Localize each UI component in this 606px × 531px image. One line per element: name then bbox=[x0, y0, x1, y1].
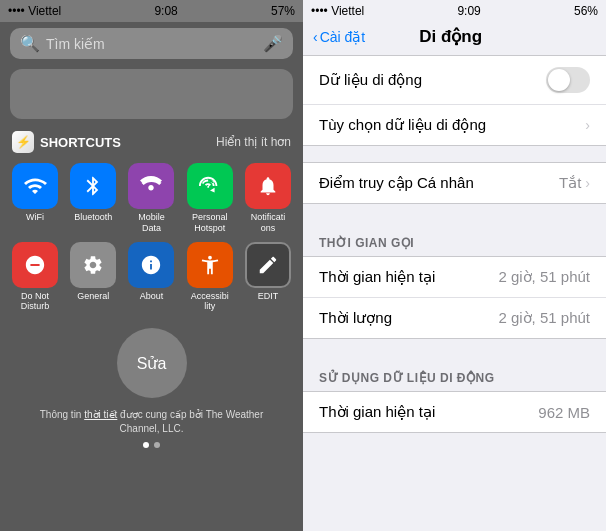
notifications-icon bbox=[245, 163, 291, 209]
search-bar[interactable]: 🔍 🎤 bbox=[10, 28, 293, 59]
wifi-icon bbox=[12, 163, 58, 209]
battery-left: 57% bbox=[271, 4, 295, 18]
shortcut-item-hotspot[interactable]: PersonalHotspot bbox=[185, 163, 235, 234]
dnd-label: Do NotDisturb bbox=[21, 291, 50, 313]
call-time-lifetime-value: 2 giờ, 51 phút bbox=[498, 309, 590, 327]
notifications-label: Notifications bbox=[251, 212, 286, 234]
mobile-data-options-row[interactable]: Tùy chọn dữ liệu di động › bbox=[303, 105, 606, 145]
time-left: 9:08 bbox=[154, 4, 177, 18]
accessibility-label: Accessibility bbox=[191, 291, 229, 313]
carrier-left: •••• Viettel bbox=[8, 4, 61, 18]
data-usage-group: Thời gian hiện tại 962 MB bbox=[303, 391, 606, 433]
settings-content: Dữ liệu di động Tùy chọn dữ liệu di động… bbox=[303, 55, 606, 531]
hotspot-label: PersonalHotspot bbox=[192, 212, 228, 234]
chevron-icon: › bbox=[585, 117, 590, 133]
hotspot-group: Điểm truy cập Cá nhân Tắt › bbox=[303, 162, 606, 204]
weather-info: Thông tin thời tiết được cung cấp bởi Th… bbox=[0, 408, 303, 436]
nav-bar: ‹ Cài đặt Di động bbox=[303, 22, 606, 55]
section-header-data: SỬ DỤNG DỮ LIỆU DI ĐỘNG bbox=[303, 355, 606, 391]
left-panel: •••• Viettel 9:08 57% 🔍 🎤 ⚡ SHORTCUTS Hi… bbox=[0, 0, 303, 531]
general-icon bbox=[70, 242, 116, 288]
toggle-thumb bbox=[548, 69, 570, 91]
back-label: Cài đặt bbox=[320, 29, 366, 45]
shortcuts-toggle[interactable]: Hiển thị ít hơn bbox=[216, 135, 291, 149]
search-icon: 🔍 bbox=[20, 34, 40, 53]
hotspot-chevron-icon: › bbox=[585, 175, 590, 191]
time-right: 9:09 bbox=[457, 4, 480, 18]
mobile-data-row[interactable]: Dữ liệu di động bbox=[303, 56, 606, 105]
page-title: Di động bbox=[365, 26, 536, 47]
shortcuts-grid: WiFi Bluetooth MobileData bbox=[0, 157, 303, 318]
call-time-lifetime-label: Thời lượng bbox=[319, 309, 392, 327]
call-time-group: Thời gian hiện tại 2 giờ, 51 phút Thời l… bbox=[303, 256, 606, 339]
mobile-data-icon bbox=[128, 163, 174, 209]
call-time-current-value: 2 giờ, 51 phút bbox=[498, 268, 590, 286]
dot-2 bbox=[154, 442, 160, 448]
shortcut-item-general[interactable]: General bbox=[68, 242, 118, 313]
edit-label: EDIT bbox=[258, 291, 279, 302]
general-label: General bbox=[77, 291, 109, 302]
shortcuts-app-icon: ⚡ bbox=[12, 131, 34, 153]
status-bar-left: •••• Viettel 9:08 57% bbox=[0, 0, 303, 22]
mobile-data-options-label: Tùy chọn dữ liệu di động bbox=[319, 116, 486, 134]
data-current-value: 962 MB bbox=[538, 404, 590, 421]
about-icon bbox=[128, 242, 174, 288]
mobile-data-group: Dữ liệu di động Tùy chọn dữ liệu di động… bbox=[303, 55, 606, 146]
shortcuts-left: ⚡ SHORTCUTS bbox=[12, 131, 121, 153]
widget-area bbox=[10, 69, 293, 119]
sua-button[interactable]: Sửa bbox=[117, 328, 187, 398]
dnd-icon bbox=[12, 242, 58, 288]
call-time-lifetime-row: Thời lượng 2 giờ, 51 phút bbox=[303, 298, 606, 338]
battery-right: 56% bbox=[574, 4, 598, 18]
shortcuts-header: ⚡ SHORTCUTS Hiển thị ít hơn bbox=[0, 123, 303, 157]
wifi-label: WiFi bbox=[26, 212, 44, 223]
hotspot-row[interactable]: Điểm truy cập Cá nhân Tắt › bbox=[303, 163, 606, 203]
back-chevron-icon: ‹ bbox=[313, 29, 318, 45]
search-input[interactable] bbox=[46, 36, 257, 52]
edit-icon bbox=[245, 242, 291, 288]
data-current-row: Thời gian hiện tại 962 MB bbox=[303, 392, 606, 432]
mobile-data-label: MobileData bbox=[138, 212, 165, 234]
hotspot-label: Điểm truy cập Cá nhân bbox=[319, 174, 474, 192]
carrier-right: •••• Viettel bbox=[311, 4, 364, 18]
back-button[interactable]: ‹ Cài đặt bbox=[313, 29, 365, 45]
accessibility-icon bbox=[187, 242, 233, 288]
call-time-current-row: Thời gian hiện tại 2 giờ, 51 phút bbox=[303, 257, 606, 298]
hotspot-value: Tắt › bbox=[559, 174, 590, 192]
shortcut-item-accessibility[interactable]: Accessibility bbox=[185, 242, 235, 313]
hotspot-icon bbox=[187, 163, 233, 209]
shortcut-item-dnd[interactable]: Do NotDisturb bbox=[10, 242, 60, 313]
call-time-current-label: Thời gian hiện tại bbox=[319, 268, 435, 286]
chevron-right: › bbox=[585, 117, 590, 133]
mobile-data-label: Dữ liệu di động bbox=[319, 71, 422, 89]
shortcut-item-wifi[interactable]: WiFi bbox=[10, 163, 60, 234]
shortcut-item-edit[interactable]: EDIT bbox=[243, 242, 293, 313]
section-header-calls: THỜI GIAN GỌI bbox=[303, 220, 606, 256]
weather-link[interactable]: thời tiết bbox=[84, 409, 117, 420]
shortcuts-title: SHORTCUTS bbox=[40, 135, 121, 150]
shortcut-item-about[interactable]: About bbox=[126, 242, 176, 313]
dot-1 bbox=[143, 442, 149, 448]
bluetooth-icon bbox=[70, 163, 116, 209]
mobile-data-toggle[interactable] bbox=[546, 67, 590, 93]
shortcut-item-notifications[interactable]: Notifications bbox=[243, 163, 293, 234]
right-panel: •••• Viettel 9:09 56% ‹ Cài đặt Di động … bbox=[303, 0, 606, 531]
bluetooth-label: Bluetooth bbox=[74, 212, 112, 223]
about-label: About bbox=[140, 291, 164, 302]
shortcut-item-bluetooth[interactable]: Bluetooth bbox=[68, 163, 118, 234]
shortcut-item-mobile-data[interactable]: MobileData bbox=[126, 163, 176, 234]
status-bar-right: •••• Viettel 9:09 56% bbox=[303, 0, 606, 22]
page-dots bbox=[0, 436, 303, 454]
mic-icon: 🎤 bbox=[263, 34, 283, 53]
data-current-label: Thời gian hiện tại bbox=[319, 403, 435, 421]
